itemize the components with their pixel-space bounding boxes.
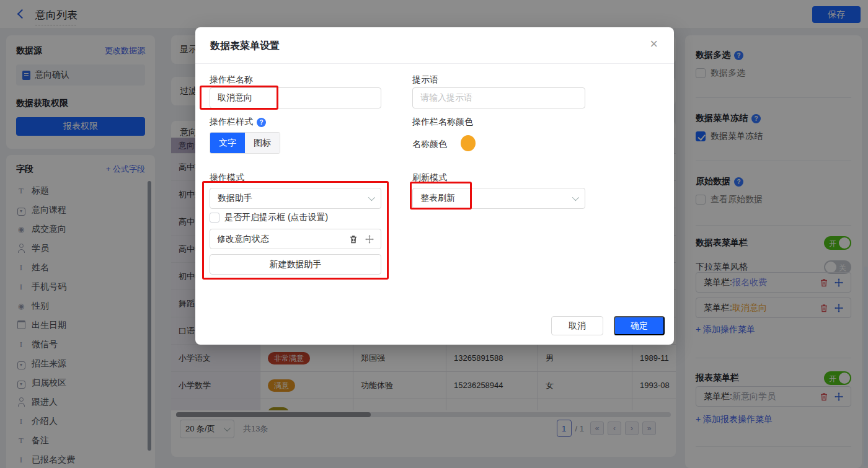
close-icon[interactable]: ×: [650, 37, 658, 51]
annotation-rect-action-name: [200, 86, 278, 110]
tab-icon-style[interactable]: 图标: [245, 133, 280, 153]
style-label: 操作栏样式: [210, 117, 253, 128]
style-segmented-control: 文字 图标: [210, 132, 280, 154]
modal-title: 数据表菜单设置: [210, 40, 280, 53]
tab-text-style[interactable]: 文字: [210, 133, 245, 153]
annotation-rect-operation-mode: [202, 181, 389, 280]
tip-input[interactable]: 请输入提示语: [412, 87, 585, 108]
action-name-label: 操作栏名称: [210, 74, 253, 86]
cancel-button[interactable]: 取消: [551, 316, 603, 335]
confirm-button[interactable]: 确定: [614, 316, 665, 335]
tip-placeholder: 请输入提示语: [420, 92, 472, 104]
name-color-label: 操作栏名称颜色: [412, 117, 473, 128]
name-color-sub-label: 名称颜色: [412, 139, 447, 150]
chevron-down-icon: [572, 194, 579, 201]
annotation-rect-refresh-mode: [410, 182, 472, 210]
tip-label: 提示语: [412, 74, 438, 86]
window-scrollbar[interactable]: [864, 267, 867, 466]
color-swatch[interactable]: [461, 135, 476, 151]
help-icon[interactable]: ?: [257, 118, 266, 127]
modal-header: 数据表菜单设置 ×: [195, 27, 674, 64]
